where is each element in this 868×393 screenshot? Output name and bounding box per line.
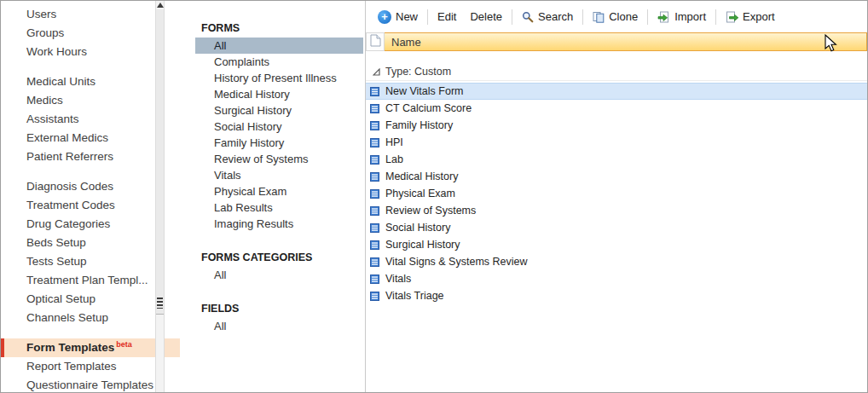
table-row[interactable]: Vitals [366,270,867,287]
filter-item-fields-all[interactable]: All [195,318,363,334]
sidebar-item-medical-units[interactable]: Medical Units [1,72,180,91]
table-row[interactable]: New Vitals Form [366,83,867,100]
table-row[interactable]: HPI [366,134,867,151]
row-label: Family History [385,119,453,131]
sidebar-item-patient-referrers[interactable]: Patient Referrers [1,147,180,166]
form-icon [370,240,379,250]
sidebar-item-report-templates[interactable]: Report Templates [1,357,180,376]
sidebar-item-optical-setup[interactable]: Optical Setup [1,290,180,309]
sidebar-group: Diagnosis CodesTreatment CodesDrug Categ… [1,177,180,327]
row-label: Lab [385,153,403,165]
toolbar-separator [582,9,583,25]
scrollbar-thumb[interactable] [156,9,164,315]
filter-item-forms-surgical-history[interactable]: Surgical History [195,102,363,118]
sidebar-item-label: Groups [26,26,64,39]
scroll-up-arrow-icon[interactable] [157,3,164,8]
row-icon-column-header[interactable] [366,32,385,51]
sidebar-item-beds-setup[interactable]: Beds Setup [1,234,180,252]
toolbar-separator [512,9,512,25]
name-column-label: Name [391,36,421,49]
sidebar-item-label: External Medics [26,131,108,144]
filter-item-forms-categories-all[interactable]: All [195,267,363,283]
toolbar-button-label: Import [674,10,706,23]
filter-item-forms-medical-history[interactable]: Medical History [195,86,363,102]
sidebar-item-label: Tests Setup [26,255,87,268]
sidebar-item-label: Medics [26,94,63,107]
table-row[interactable]: Family History [366,117,867,134]
sidebar-group: Medical UnitsMedicsAssistantsExternal Me… [1,72,180,166]
sidebar-item-channels-setup[interactable]: Channels Setup [1,309,180,327]
form-icon [370,292,379,301]
filter-item-forms-review-of-systems[interactable]: Review of Systems [195,151,363,167]
form-icon [370,87,379,96]
sidebar-item-label: Diagnosis Codes [26,180,113,193]
sidebar-item-label: Questionnaire Templates [26,379,153,391]
sidebar-item-label: Channels Setup [26,311,108,324]
sidebar-item-medics[interactable]: Medics [1,91,180,110]
form-icon [370,223,379,233]
beta-badge: beta [116,340,132,349]
table-row[interactable]: Lab [366,151,867,168]
filter-item-forms-history-of-present-illness[interactable]: History of Present Illness [195,70,363,86]
search-icon [522,11,534,23]
filter-item-forms-all[interactable]: All [195,38,363,54]
table-row[interactable]: Review of Systems [366,202,867,219]
form-icon [370,138,379,147]
sidebar-item-label: Drug Categories [26,217,110,230]
filter-item-forms-social-history[interactable]: Social History [195,118,363,135]
row-label: Vital Signs & Systems Review [385,256,528,268]
group-header-type-custom[interactable]: Type: Custom [366,63,867,81]
filter-item-forms-family-history[interactable]: Family History [195,135,363,151]
table-row[interactable]: Vital Signs & Systems Review [366,253,867,270]
table-row[interactable]: Social History [366,219,867,236]
new-button[interactable]: +New [371,8,425,26]
edit-button[interactable]: Edit [431,8,463,26]
filters-panel: FORMSAllComplaintsHistory of Present Ill… [180,1,366,392]
toolbar-button-label: Search [538,10,573,23]
sidebar-item-questionnaire-templates[interactable]: Questionnaire Templates [1,376,180,393]
table-row[interactable]: Physical Exam [366,185,867,202]
filter-section-fields: FIELDSAll [195,302,365,334]
sidebar-item-assistants[interactable]: Assistants [1,110,180,129]
sidebar-item-label: Beds Setup [26,236,86,249]
sidebar-item-users[interactable]: Users [1,5,180,24]
filter-section-title: FORMS [195,21,365,35]
filter-item-forms-physical-exam[interactable]: Physical Exam [195,183,363,199]
group-header-label: Type: Custom [385,66,451,78]
export-button[interactable]: Export [719,8,782,26]
table-row[interactable]: Medical History [366,168,867,185]
sidebar-item-external-medics[interactable]: External Medics [1,129,180,147]
sidebar-item-drug-categories[interactable]: Drug Categories [1,215,180,234]
filters-panel-sections: FORMSAllComplaintsHistory of Present Ill… [195,21,365,334]
sidebar-item-diagnosis-codes[interactable]: Diagnosis Codes [1,177,180,196]
sidebar-item-work-hours[interactable]: Work Hours [1,43,180,61]
sidebar-nav: UsersGroupsWork HoursMedical UnitsMedics… [1,5,180,393]
sidebar-item-treatment-codes[interactable]: Treatment Codes [1,196,180,215]
form-icon [370,172,379,182]
search-button[interactable]: Search [515,8,580,26]
clone-button[interactable]: Clone [586,8,645,26]
import-button[interactable]: Import [651,8,713,26]
name-column-header[interactable]: Name [385,32,867,51]
table-row[interactable]: CT Calcium Score [366,100,867,117]
filter-item-forms-vitals[interactable]: Vitals [195,167,363,183]
row-label: New Vitals Form [385,85,463,97]
import-icon [657,11,670,23]
app-window: UsersGroupsWork HoursMedical UnitsMedics… [0,0,868,393]
table-row[interactable]: Vitals Triage [366,287,867,304]
form-icon [370,104,379,113]
sidebar-item-treatment-plan-templ[interactable]: Treatment Plan Templ... [1,271,180,290]
form-icon [370,155,379,165]
sidebar-item-form-templates[interactable]: Form Templatesbeta [1,338,180,357]
filter-item-forms-imaging-results[interactable]: Imaging Results [195,216,363,232]
sidebar-item-tests-setup[interactable]: Tests Setup [1,252,180,271]
sidebar-scrollbar[interactable] [155,1,165,392]
filter-item-forms-complaints[interactable]: Complaints [195,54,363,70]
sidebar-group: UsersGroupsWork Hours [1,5,180,61]
toolbar-button-label: Clone [609,10,638,23]
table-row[interactable]: Surgical History [366,236,867,253]
toolbar-separator [647,9,648,25]
delete-button[interactable]: Delete [463,8,509,26]
filter-item-forms-lab-results[interactable]: Lab Results [195,199,363,216]
sidebar-item-groups[interactable]: Groups [1,24,180,43]
